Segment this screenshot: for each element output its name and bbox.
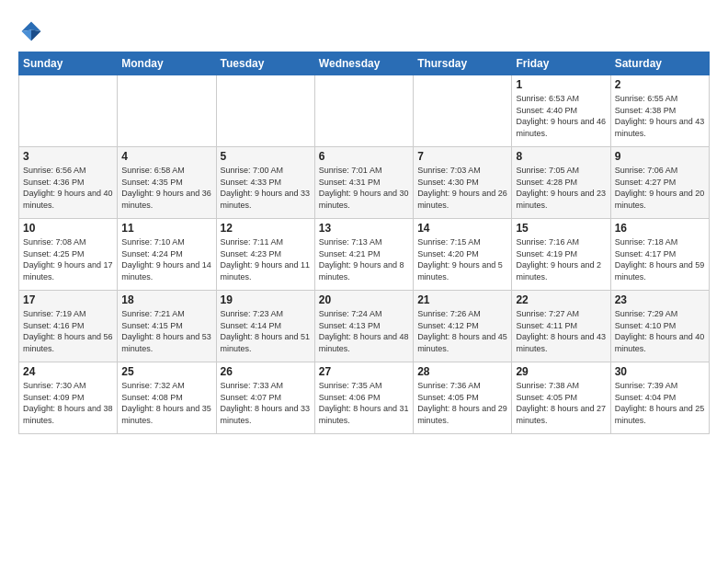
calendar-cell: 4Sunrise: 6:58 AM Sunset: 4:35 PM Daylig…	[118, 147, 216, 219]
day-number: 1	[516, 78, 606, 91]
day-number: 20	[319, 293, 409, 306]
calendar-cell: 10Sunrise: 7:08 AM Sunset: 4:25 PM Dayli…	[19, 219, 118, 291]
header	[18, 15, 710, 44]
calendar-cell: 28Sunrise: 7:36 AM Sunset: 4:05 PM Dayli…	[414, 362, 512, 434]
day-info: Sunrise: 6:56 AM Sunset: 4:36 PM Dayligh…	[23, 165, 113, 211]
day-info: Sunrise: 7:01 AM Sunset: 4:31 PM Dayligh…	[319, 165, 409, 211]
logo	[18, 18, 46, 44]
day-info: Sunrise: 7:19 AM Sunset: 4:16 PM Dayligh…	[23, 308, 113, 354]
day-number: 29	[516, 365, 606, 378]
calendar-cell: 18Sunrise: 7:21 AM Sunset: 4:15 PM Dayli…	[118, 291, 216, 362]
day-number: 28	[417, 365, 507, 378]
calendar-week-row: 17Sunrise: 7:19 AM Sunset: 4:16 PM Dayli…	[19, 291, 710, 362]
calendar-cell: 14Sunrise: 7:15 AM Sunset: 4:20 PM Dayli…	[414, 219, 512, 291]
calendar-week-row: 10Sunrise: 7:08 AM Sunset: 4:25 PM Dayli…	[19, 219, 710, 291]
calendar-day-header: Sunday	[19, 52, 118, 75]
day-number: 16	[615, 222, 705, 235]
calendar-cell: 17Sunrise: 7:19 AM Sunset: 4:16 PM Dayli…	[19, 291, 118, 362]
calendar-cell	[216, 75, 314, 147]
calendar-cell	[19, 75, 118, 147]
day-number: 15	[516, 222, 606, 235]
day-number: 7	[417, 150, 507, 163]
day-number: 30	[615, 365, 705, 378]
day-number: 5	[221, 150, 311, 163]
day-number: 6	[319, 150, 409, 163]
day-info: Sunrise: 7:18 AM Sunset: 4:17 PM Dayligh…	[615, 236, 705, 282]
day-info: Sunrise: 7:33 AM Sunset: 4:07 PM Dayligh…	[221, 380, 311, 426]
calendar-cell	[414, 75, 512, 147]
calendar-cell: 8Sunrise: 7:05 AM Sunset: 4:28 PM Daylig…	[512, 147, 610, 219]
day-number: 9	[615, 150, 705, 163]
calendar-cell: 29Sunrise: 7:38 AM Sunset: 4:05 PM Dayli…	[512, 362, 610, 434]
day-number: 14	[417, 222, 507, 235]
day-number: 19	[221, 293, 311, 306]
calendar-cell: 1Sunrise: 6:53 AM Sunset: 4:40 PM Daylig…	[512, 75, 610, 147]
day-number: 24	[23, 365, 113, 378]
day-number: 18	[121, 293, 211, 306]
day-number: 26	[221, 365, 311, 378]
day-info: Sunrise: 7:23 AM Sunset: 4:14 PM Dayligh…	[221, 308, 311, 354]
calendar-cell: 13Sunrise: 7:13 AM Sunset: 4:21 PM Dayli…	[314, 219, 413, 291]
day-number: 22	[516, 293, 606, 306]
calendar-day-header: Thursday	[414, 52, 512, 75]
svg-marker-2	[22, 30, 32, 41]
calendar-week-row: 1Sunrise: 6:53 AM Sunset: 4:40 PM Daylig…	[19, 75, 710, 147]
day-info: Sunrise: 6:55 AM Sunset: 4:38 PM Dayligh…	[615, 93, 705, 139]
calendar-day-header: Saturday	[610, 52, 709, 75]
day-number: 3	[23, 150, 113, 163]
day-number: 4	[121, 150, 211, 163]
day-info: Sunrise: 7:08 AM Sunset: 4:25 PM Dayligh…	[23, 236, 113, 282]
calendar-cell: 30Sunrise: 7:39 AM Sunset: 4:04 PM Dayli…	[610, 362, 709, 434]
calendar-cell: 24Sunrise: 7:30 AM Sunset: 4:09 PM Dayli…	[19, 362, 118, 434]
day-number: 2	[615, 78, 705, 91]
calendar-cell: 27Sunrise: 7:35 AM Sunset: 4:06 PM Dayli…	[314, 362, 413, 434]
day-number: 23	[615, 293, 705, 306]
logo-icon	[18, 18, 44, 44]
day-number: 25	[121, 365, 211, 378]
calendar-cell: 11Sunrise: 7:10 AM Sunset: 4:24 PM Dayli…	[118, 219, 216, 291]
page: SundayMondayTuesdayWednesdayThursdayFrid…	[0, 0, 728, 563]
day-info: Sunrise: 7:03 AM Sunset: 4:30 PM Dayligh…	[417, 165, 507, 211]
calendar-cell: 25Sunrise: 7:32 AM Sunset: 4:08 PM Dayli…	[118, 362, 216, 434]
calendar-cell: 26Sunrise: 7:33 AM Sunset: 4:07 PM Dayli…	[216, 362, 314, 434]
day-info: Sunrise: 7:16 AM Sunset: 4:19 PM Dayligh…	[516, 236, 606, 282]
calendar: SundayMondayTuesdayWednesdayThursdayFrid…	[18, 52, 710, 434]
day-number: 21	[417, 293, 507, 306]
day-info: Sunrise: 7:36 AM Sunset: 4:05 PM Dayligh…	[417, 380, 507, 426]
day-info: Sunrise: 7:30 AM Sunset: 4:09 PM Dayligh…	[23, 380, 113, 426]
day-info: Sunrise: 6:53 AM Sunset: 4:40 PM Dayligh…	[516, 93, 606, 139]
day-info: Sunrise: 7:00 AM Sunset: 4:33 PM Dayligh…	[221, 165, 311, 211]
calendar-header-row: SundayMondayTuesdayWednesdayThursdayFrid…	[19, 52, 710, 75]
calendar-cell	[314, 75, 413, 147]
day-number: 11	[121, 222, 211, 235]
day-number: 27	[319, 365, 409, 378]
calendar-cell: 2Sunrise: 6:55 AM Sunset: 4:38 PM Daylig…	[610, 75, 709, 147]
calendar-day-header: Tuesday	[216, 52, 314, 75]
calendar-cell: 19Sunrise: 7:23 AM Sunset: 4:14 PM Dayli…	[216, 291, 314, 362]
calendar-cell: 9Sunrise: 7:06 AM Sunset: 4:27 PM Daylig…	[610, 147, 709, 219]
calendar-cell: 6Sunrise: 7:01 AM Sunset: 4:31 PM Daylig…	[314, 147, 413, 219]
svg-marker-1	[31, 30, 41, 41]
calendar-cell: 22Sunrise: 7:27 AM Sunset: 4:11 PM Dayli…	[512, 291, 610, 362]
calendar-cell: 16Sunrise: 7:18 AM Sunset: 4:17 PM Dayli…	[610, 219, 709, 291]
day-info: Sunrise: 7:21 AM Sunset: 4:15 PM Dayligh…	[121, 308, 211, 354]
day-number: 10	[23, 222, 113, 235]
day-info: Sunrise: 7:24 AM Sunset: 4:13 PM Dayligh…	[319, 308, 409, 354]
day-number: 8	[516, 150, 606, 163]
calendar-cell: 23Sunrise: 7:29 AM Sunset: 4:10 PM Dayli…	[610, 291, 709, 362]
day-info: Sunrise: 7:10 AM Sunset: 4:24 PM Dayligh…	[121, 236, 211, 282]
calendar-cell: 21Sunrise: 7:26 AM Sunset: 4:12 PM Dayli…	[414, 291, 512, 362]
svg-marker-0	[22, 22, 41, 32]
calendar-cell: 5Sunrise: 7:00 AM Sunset: 4:33 PM Daylig…	[216, 147, 314, 219]
day-info: Sunrise: 7:32 AM Sunset: 4:08 PM Dayligh…	[121, 380, 211, 426]
day-number: 12	[221, 222, 311, 235]
day-info: Sunrise: 7:13 AM Sunset: 4:21 PM Dayligh…	[319, 236, 409, 282]
day-info: Sunrise: 7:15 AM Sunset: 4:20 PM Dayligh…	[417, 236, 507, 282]
day-info: Sunrise: 7:29 AM Sunset: 4:10 PM Dayligh…	[615, 308, 705, 354]
day-info: Sunrise: 7:27 AM Sunset: 4:11 PM Dayligh…	[516, 308, 606, 354]
calendar-week-row: 3Sunrise: 6:56 AM Sunset: 4:36 PM Daylig…	[19, 147, 710, 219]
day-info: Sunrise: 7:26 AM Sunset: 4:12 PM Dayligh…	[417, 308, 507, 354]
day-number: 13	[319, 222, 409, 235]
calendar-cell: 12Sunrise: 7:11 AM Sunset: 4:23 PM Dayli…	[216, 219, 314, 291]
day-info: Sunrise: 7:39 AM Sunset: 4:04 PM Dayligh…	[615, 380, 705, 426]
